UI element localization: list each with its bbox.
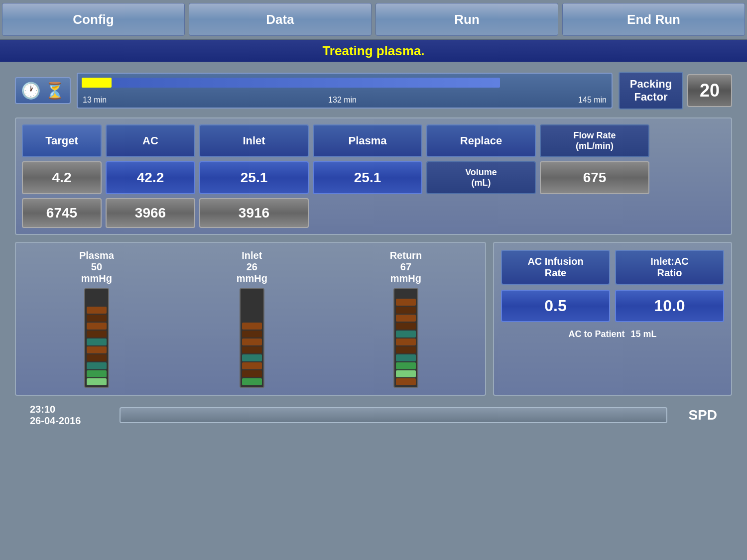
footer-time: 23:10 26-04-2016 [30, 404, 110, 427]
col-header-replace: Replace [426, 124, 536, 157]
main-content: 🕐 ⏳ 13 min 132 min 145 min PackingFactor… [0, 62, 747, 435]
cell-inlet-flow[interactable]: 42.2 [106, 161, 195, 194]
row-label-volume: Volume(mL) [426, 161, 536, 194]
progress-bar-yellow [82, 78, 112, 88]
cell-inlet-volume: 6745 [22, 198, 102, 228]
packing-factor-label: PackingFactor [619, 72, 683, 110]
progress-labels: 13 min 132 min 145 min [78, 96, 612, 105]
footer: 23:10 26-04-2016 SPD [15, 401, 732, 430]
top-nav: Config Data Run End Run [0, 0, 747, 40]
data-button[interactable]: Data [189, 3, 372, 36]
hourglass-icon: ⏳ [45, 81, 65, 100]
cell-replace-flow[interactable]: 25.1 [313, 161, 422, 194]
col-header-plasma: Plasma [313, 124, 422, 157]
progress-min-label: 13 min [83, 96, 107, 105]
footer-spd: SPD [677, 407, 717, 423]
plasma-pressure-label: Plasma50mmHg [79, 250, 114, 284]
col-header-ac: AC [106, 124, 195, 157]
time-display: 23:10 [30, 404, 110, 415]
return-pressure-item: Return67mmHg [390, 250, 422, 388]
row-label-flow-rate: Flow Rate(mL/min) [540, 124, 649, 157]
ac-section: AC InfusionRate Inlet:ACRatio 0.5 10.0 A… [493, 242, 732, 396]
packing-factor-section: PackingFactor 20 [619, 72, 732, 110]
date-display: 26-04-2016 [30, 415, 110, 427]
run-button[interactable]: Run [375, 3, 558, 36]
config-button[interactable]: Config [2, 3, 185, 36]
cell-ac-flow: 4.2 [22, 161, 102, 194]
data-table: Target AC Inlet Plasma Replace Flow Rate… [22, 124, 725, 228]
bottom-section: Plasma50mmHg [15, 242, 732, 396]
progress-container: 13 min 132 min 145 min [77, 73, 613, 109]
cell-plasma-flow[interactable]: 25.1 [199, 161, 309, 194]
cell-ac-volume: 675 [540, 161, 649, 194]
pressure-section: Plasma50mmHg [15, 242, 486, 396]
col-header-inlet: Inlet [199, 124, 309, 157]
return-pressure-bar [393, 288, 418, 388]
cell-replace-volume: 3916 [199, 198, 309, 228]
inlet-pressure-label: Inlet26mmHg [237, 250, 267, 284]
return-pressure-label: Return67mmHg [390, 250, 422, 284]
packing-factor-value[interactable]: 20 [687, 74, 732, 107]
status-text: Treating plasma. [322, 43, 424, 59]
progress-mid-label: 132 min [328, 96, 357, 105]
status-bar: Treating plasma. [0, 40, 747, 62]
col-header-target[interactable]: Target [22, 124, 102, 157]
plasma-pressure-item: Plasma50mmHg [79, 250, 114, 388]
timer-icons: 🕐 ⏳ [15, 77, 71, 104]
inlet-ac-ratio-label: Inlet:ACRatio [615, 250, 724, 285]
plasma-pressure-bar [84, 288, 109, 388]
ac-patient-value: 15 mL [630, 329, 656, 339]
clock-icon: 🕐 [21, 81, 41, 100]
progress-max-label: 145 min [578, 96, 607, 105]
inlet-pressure-item: Inlet26mmHg [237, 250, 267, 388]
data-section: Target AC Inlet Plasma Replace Flow Rate… [15, 117, 732, 235]
ac-infusion-rate-label: AC InfusionRate [501, 250, 610, 285]
end-run-button[interactable]: End Run [562, 3, 745, 36]
inlet-pressure-bar [240, 288, 264, 388]
inlet-ac-ratio-value[interactable]: 10.0 [615, 290, 724, 322]
cell-plasma-volume: 3966 [106, 198, 195, 228]
footer-bar [120, 407, 667, 423]
ac-grid: AC InfusionRate Inlet:ACRatio 0.5 10.0 A… [501, 250, 724, 339]
ac-patient-row: AC to Patient 15 mL [501, 329, 724, 339]
progress-bar-blue [112, 78, 500, 88]
ac-infusion-rate-value[interactable]: 0.5 [501, 290, 610, 322]
ac-patient-label: AC to Patient [568, 329, 624, 339]
timer-row: 🕐 ⏳ 13 min 132 min 145 min PackingFactor… [15, 72, 732, 110]
